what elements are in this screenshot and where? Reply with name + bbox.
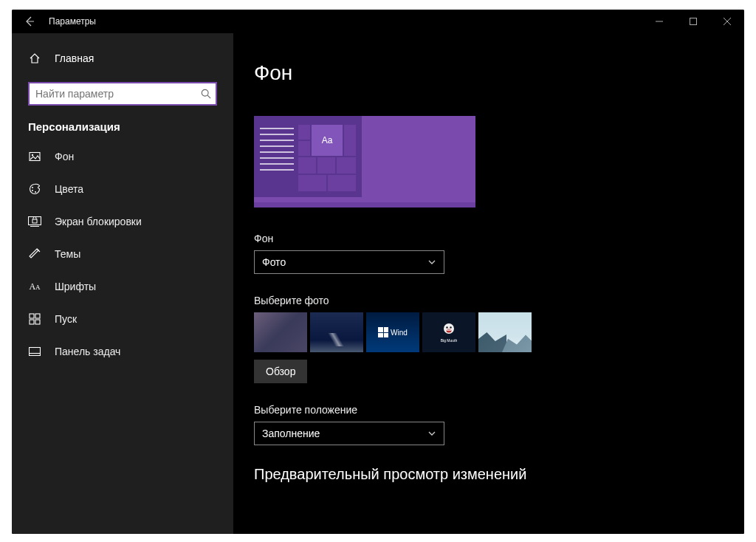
sidebar-item-label: Шрифты: [55, 281, 96, 292]
search-icon: [201, 89, 211, 99]
photo-thumb-2[interactable]: [310, 312, 363, 352]
svg-rect-13: [32, 219, 37, 223]
picture-icon: [28, 151, 41, 162]
svg-rect-2: [690, 18, 697, 25]
search-input[interactable]: [28, 82, 217, 106]
maximize-button[interactable]: [676, 10, 710, 33]
choose-photo-label: Выберите фото: [254, 295, 724, 306]
svg-point-24: [450, 326, 452, 329]
main-content: Фон Aa: [233, 33, 744, 534]
svg-point-8: [32, 154, 33, 156]
browse-button[interactable]: Обзор: [254, 360, 307, 383]
thumb3-text: Wind: [391, 329, 408, 337]
sidebar-item-taskbar[interactable]: Панель задач: [12, 335, 233, 368]
svg-rect-20: [30, 348, 41, 356]
sidebar-item-label: Цвета: [55, 183, 83, 195]
sidebar-item-label: Панель задач: [55, 346, 120, 357]
sidebar-section-label: Персонализация: [12, 109, 233, 140]
sidebar-item-themes[interactable]: Темы: [12, 238, 233, 270]
sidebar-item-start[interactable]: Пуск: [12, 303, 233, 335]
sidebar-item-label: Темы: [55, 248, 80, 260]
photo-thumb-3[interactable]: Wind: [366, 312, 419, 352]
palette-icon: [28, 183, 41, 195]
lockscreen-icon: [28, 216, 41, 227]
photo-thumb-4[interactable]: Big Mouth: [422, 312, 475, 352]
titlebar: Параметры: [12, 10, 744, 33]
start-icon: [28, 313, 41, 325]
thumb4-text: Big Mouth: [441, 339, 458, 343]
sidebar: Главная Персонализация Фон: [12, 33, 233, 534]
sidebar-item-lockscreen[interactable]: Экран блокировки: [12, 205, 233, 238]
sidebar-home[interactable]: Главная: [12, 44, 233, 73]
sidebar-item-background[interactable]: Фон: [12, 140, 233, 173]
chevron-down-icon: [427, 429, 436, 438]
preview-changes-heading: Предварительный просмотр изменений: [254, 466, 724, 483]
svg-point-23: [446, 326, 448, 329]
svg-rect-18: [30, 320, 34, 324]
background-dropdown[interactable]: Фото: [254, 250, 444, 274]
position-label: Выберите положение: [254, 404, 724, 416]
taskbar-icon: [28, 347, 41, 356]
svg-rect-17: [35, 314, 40, 318]
svg-rect-26: [447, 330, 451, 331]
minimize-button[interactable]: [642, 10, 676, 33]
photo-thumb-5[interactable]: [478, 312, 532, 352]
svg-point-9: [32, 187, 33, 188]
back-button[interactable]: [12, 10, 47, 33]
svg-point-11: [35, 191, 36, 193]
sidebar-item-fonts[interactable]: AA Шрифты: [12, 270, 233, 303]
home-icon: [28, 52, 41, 64]
position-dropdown[interactable]: Заполнение: [254, 422, 444, 445]
svg-rect-19: [35, 320, 40, 324]
dropdown-value: Фото: [262, 256, 286, 268]
themes-icon: [28, 248, 41, 260]
arrow-left-icon: [24, 16, 35, 27]
sidebar-item-label: Пуск: [55, 313, 77, 325]
svg-rect-12: [29, 217, 41, 225]
svg-point-5: [202, 89, 208, 96]
page-title: Фон: [254, 61, 724, 85]
close-button[interactable]: [710, 10, 744, 33]
minimize-icon: [656, 18, 663, 25]
chevron-down-icon: [427, 258, 436, 267]
preview-sample-text: Aa: [312, 125, 343, 156]
fonts-icon: AA: [28, 281, 41, 292]
windows-logo-icon: [378, 327, 388, 337]
sidebar-item-label: Экран блокировки: [55, 216, 142, 227]
desktop-preview: Aa: [254, 116, 475, 207]
maximize-icon: [690, 18, 697, 25]
sidebar-item-label: Фон: [55, 151, 74, 162]
svg-point-25: [446, 329, 451, 333]
svg-point-10: [32, 190, 33, 191]
sidebar-home-label: Главная: [55, 52, 94, 64]
svg-line-6: [207, 95, 210, 98]
close-icon: [724, 18, 731, 25]
app-title: Параметры: [47, 16, 96, 27]
background-label: Фон: [254, 233, 724, 244]
photo-thumb-1[interactable]: [254, 312, 307, 352]
dropdown-value: Заполнение: [262, 428, 320, 439]
svg-rect-16: [30, 314, 34, 318]
sidebar-item-colors[interactable]: Цвета: [12, 173, 233, 205]
cartoon-face-icon: [441, 322, 457, 338]
